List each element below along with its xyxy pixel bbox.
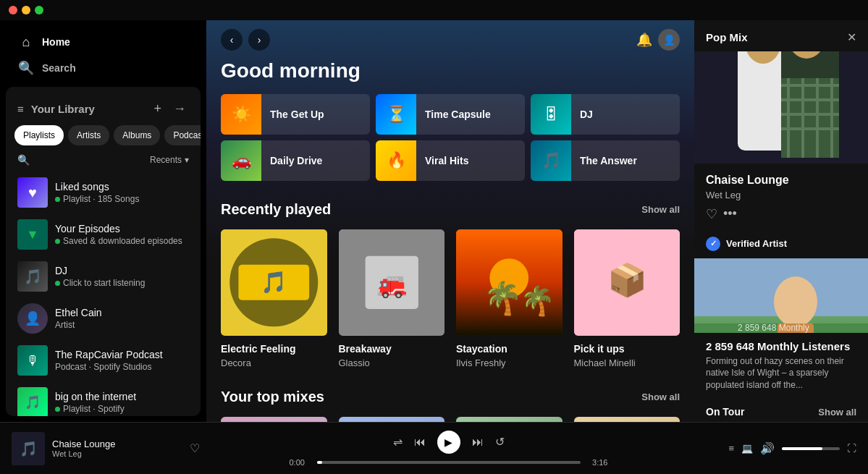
sidebar-item-home[interactable]: ⌂ Home: [12, 29, 195, 55]
time-capsule-thumb: ⏳: [376, 94, 416, 135]
volume-icon[interactable]: 🔊: [760, 441, 775, 455]
rapcaviar-thumb: 🎙: [17, 345, 48, 376]
add-library-button[interactable]: +: [151, 98, 164, 119]
progress-track[interactable]: [317, 461, 581, 464]
nav-forward-button[interactable]: ›: [248, 29, 270, 51]
quick-item-dj[interactable]: 🎛 DJ: [531, 94, 680, 135]
main-layout: ⌂ Home 🔍 Search ≡ Your Library + →: [0, 20, 868, 422]
svg-text:🎵: 🎵: [261, 269, 287, 295]
top-mixes-show-all[interactable]: Show all: [641, 392, 680, 402]
the-get-up-name: The Get Up: [270, 109, 324, 120]
card-electric-feeling[interactable]: 🎵 Electric Feeling Decora: [221, 229, 327, 368]
the-answer-name: The Answer: [580, 155, 637, 166]
right-panel: Pop Mix ✕: [694, 20, 868, 422]
listeners-desc: Forming out of hazy scenes on their nati…: [706, 355, 856, 392]
repeat-button[interactable]: ↺: [495, 435, 505, 449]
list-item[interactable]: 🎙 The RapCaviar Podcast Podcast · Spotif…: [12, 339, 195, 381]
ethel-cain-thumb: 👤: [17, 303, 48, 334]
notifications-button[interactable]: 🔔: [636, 32, 652, 48]
liked-songs-thumb: ♥: [17, 177, 48, 208]
track-like-button[interactable]: ♡: [706, 206, 717, 222]
rapcaviar-sub: Podcast · Spotify Studios: [55, 362, 189, 372]
card-mix-1[interactable]: ▶ Daily Mix 1: [221, 417, 327, 423]
breakaway-sub: Glassio: [339, 357, 445, 368]
card-staycation[interactable]: 🌴 🌴 Staycation Ilvis Freshly: [456, 229, 562, 368]
top-mixes-title: Your top mixes: [221, 389, 324, 405]
on-tour-show-all[interactable]: Show all: [818, 407, 856, 418]
player-artist: Wet Leg: [52, 449, 182, 458]
svg-text:🌴: 🌴: [520, 284, 555, 318]
filter-artists[interactable]: Artists: [68, 125, 109, 145]
user-avatar[interactable]: 👤: [658, 29, 680, 51]
recently-played-title: Recently played: [221, 201, 331, 218]
player-heart-button[interactable]: ♡: [190, 441, 200, 455]
track-artist: Wet Leg: [706, 190, 856, 200]
list-item[interactable]: 👤 Ethel Cain Artist: [12, 297, 195, 339]
list-item[interactable]: ♥ Liked songs Playlist · 185 Songs: [12, 172, 195, 213]
quick-item-the-get-up[interactable]: ☀️ The Get Up: [221, 94, 370, 135]
quick-item-time-capsule[interactable]: ⏳ Time Capsule: [376, 94, 525, 135]
sort-text: Recents: [150, 155, 182, 165]
player-left: 🎵 Chaise Lounge Wet Leg ♡: [12, 432, 200, 465]
minimize-traffic-light[interactable]: [22, 6, 30, 14]
sidebar-search-label: Search: [42, 62, 76, 74]
main-scroll: Good morning ☀️ The Get Up ⏳ Time Capsul…: [206, 59, 694, 422]
quick-item-daily-drive[interactable]: 🚗 Daily Drive: [221, 140, 370, 181]
expand-library-button[interactable]: →: [170, 98, 189, 119]
play-button[interactable]: ▶: [437, 431, 460, 454]
mix-4-thumb: ▶: [574, 417, 681, 423]
queue-button[interactable]: ≡: [728, 443, 734, 454]
fullscreen-button[interactable]: ⛶: [847, 443, 856, 454]
sort-label[interactable]: Recents ▾: [150, 155, 189, 165]
card-mix-3[interactable]: ▶ Daily Mix 3: [456, 417, 562, 423]
library-title-container: ≡ Your Library: [17, 103, 95, 115]
next-button[interactable]: ⏭: [472, 436, 484, 449]
panel-close-button[interactable]: ✕: [847, 30, 856, 44]
traffic-lights: [9, 6, 43, 14]
close-traffic-light[interactable]: [9, 6, 17, 14]
top-bar-right: 🔔 👤: [636, 29, 680, 51]
liked-songs-name: Liked songs: [55, 181, 189, 192]
card-pick-it-ups[interactable]: 📦 Pick it ups Michael Minelli: [574, 229, 681, 368]
devices-button[interactable]: 💻: [741, 443, 753, 454]
sidebar-item-search[interactable]: 🔍 Search: [12, 55, 195, 81]
player-controls: ⇌ ⏮ ▶ ⏭ ↺: [393, 431, 505, 454]
big-internet-name: big on the internet: [55, 391, 189, 402]
list-item[interactable]: ▼ Your Episodes Saved & downloaded episo…: [12, 213, 195, 255]
list-item[interactable]: 🎵 big on the internet Playlist · Spotify: [12, 381, 195, 416]
player-track-name: Chaise Lounge: [52, 439, 182, 449]
home-icon: ⌂: [19, 35, 33, 49]
quick-item-viral-hits[interactable]: 🔥 Viral Hits: [376, 140, 525, 181]
library-search-button[interactable]: 🔍: [17, 154, 30, 166]
filter-podcasts[interactable]: Podcasts: [164, 125, 201, 145]
dj-name: DJ: [55, 265, 189, 276]
electric-feeling-sub: Decora: [221, 357, 327, 368]
volume-bar[interactable]: [782, 447, 840, 450]
card-breakaway[interactable]: 🚒 Breakaway Glassio: [339, 229, 445, 368]
filter-playlists[interactable]: Playlists: [14, 125, 64, 145]
ethel-cain-info: Ethel Cain Artist: [55, 307, 189, 330]
viral-hits-name: Viral Hits: [425, 155, 468, 166]
episodes-name: Your Episodes: [55, 223, 189, 234]
sidebar-home-label: Home: [42, 36, 70, 48]
card-mix-4[interactable]: ▶ Daily Mix 4: [574, 417, 681, 423]
verified-label: Verified Artist: [726, 238, 787, 249]
filter-albums[interactable]: Albums: [114, 125, 160, 145]
ethel-cain-sub: Artist: [55, 320, 189, 330]
liked-songs-info: Liked songs Playlist · 185 Songs: [55, 181, 189, 204]
titlebar: [0, 0, 868, 20]
svg-text:📦: 📦: [607, 261, 646, 299]
top-mixes-header: Your top mixes Show all: [221, 389, 680, 405]
maximize-traffic-light[interactable]: [35, 6, 43, 14]
shuffle-button[interactable]: ⇌: [393, 435, 403, 449]
electric-feeling-name: Electric Feeling: [221, 343, 327, 355]
nav-back-button[interactable]: ‹: [221, 29, 243, 51]
track-more-button[interactable]: •••: [723, 206, 737, 222]
card-mix-2[interactable]: ▶ Daily Mix 2: [339, 417, 445, 423]
previous-button[interactable]: ⏮: [414, 436, 426, 449]
mix-1-thumb: ▶: [221, 417, 327, 423]
daily-drive-thumb: 🚗: [221, 140, 261, 181]
list-item[interactable]: 🎵 DJ Click to start listening: [12, 255, 195, 297]
recently-played-show-all[interactable]: Show all: [641, 204, 680, 215]
quick-item-the-answer[interactable]: 🎵 The Answer: [531, 140, 680, 181]
